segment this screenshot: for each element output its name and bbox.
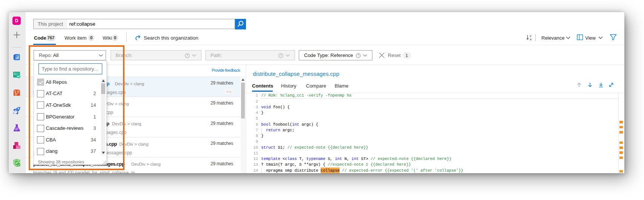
svg-text:?: ? [357,54,359,57]
svg-text:Z: Z [530,34,532,38]
svg-text:?: ? [186,54,188,57]
svg-text:A: A [530,38,532,41]
svg-text:?: ? [280,54,282,57]
